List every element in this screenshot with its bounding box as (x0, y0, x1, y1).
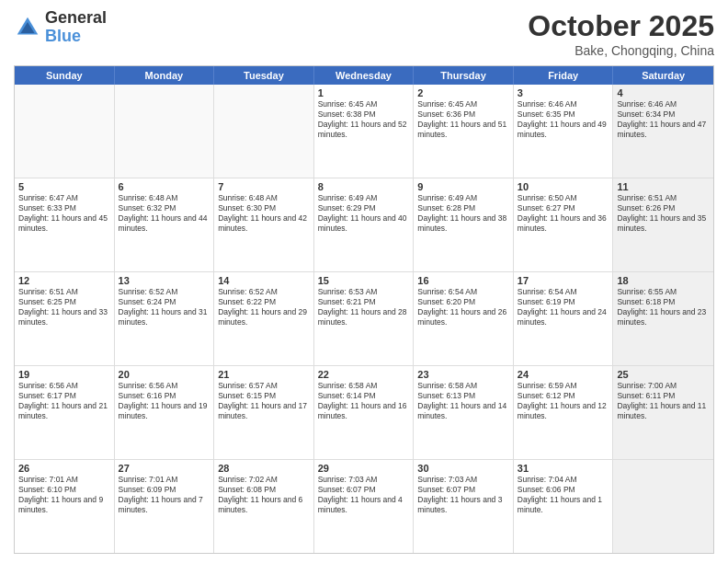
logo-blue: Blue (45, 28, 107, 46)
calendar-cell: 23Sunrise: 6:58 AM Sunset: 6:13 PM Dayli… (414, 366, 514, 459)
cell-info: Sunrise: 6:57 AM Sunset: 6:15 PM Dayligh… (218, 381, 310, 421)
day-number: 16 (417, 275, 509, 286)
location: Bake, Chongqing, China (528, 43, 714, 58)
logo-general: General (45, 9, 107, 28)
calendar-row: 5Sunrise: 6:47 AM Sunset: 6:33 PM Daylig… (15, 178, 713, 272)
calendar-row: 19Sunrise: 6:56 AM Sunset: 6:17 PM Dayli… (15, 366, 713, 460)
day-number: 18 (617, 275, 710, 286)
calendar-cell: 1Sunrise: 6:45 AM Sunset: 6:38 PM Daylig… (314, 85, 415, 178)
day-number: 8 (318, 181, 410, 192)
cell-info: Sunrise: 6:54 AM Sunset: 6:20 PM Dayligh… (417, 287, 509, 327)
cell-info: Sunrise: 6:58 AM Sunset: 6:14 PM Dayligh… (318, 381, 410, 421)
month-title: October 2025 (528, 9, 714, 43)
weekday-header: Sunday (15, 66, 115, 85)
calendar-cell: 13Sunrise: 6:52 AM Sunset: 6:24 PM Dayli… (115, 272, 215, 365)
day-number: 30 (417, 463, 509, 474)
day-number: 10 (518, 181, 609, 192)
calendar-cell (613, 460, 713, 553)
cell-info: Sunrise: 6:54 AM Sunset: 6:19 PM Dayligh… (518, 287, 609, 327)
day-number: 14 (218, 275, 310, 286)
calendar-cell: 12Sunrise: 6:51 AM Sunset: 6:25 PM Dayli… (15, 272, 115, 365)
day-number: 12 (18, 275, 110, 286)
calendar-cell: 20Sunrise: 6:56 AM Sunset: 6:16 PM Dayli… (115, 366, 215, 459)
calendar-cell: 27Sunrise: 7:01 AM Sunset: 6:09 PM Dayli… (115, 460, 215, 553)
day-number: 24 (518, 369, 609, 380)
logo-icon (14, 14, 41, 41)
calendar-cell (15, 85, 115, 178)
day-number: 31 (518, 463, 609, 474)
cell-info: Sunrise: 6:46 AM Sunset: 6:34 PM Dayligh… (617, 99, 710, 140)
calendar-cell: 15Sunrise: 6:53 AM Sunset: 6:21 PM Dayli… (314, 272, 415, 365)
title-block: October 2025 Bake, Chongqing, China (528, 9, 714, 58)
day-number: 26 (18, 463, 110, 474)
calendar-cell: 9Sunrise: 6:49 AM Sunset: 6:28 PM Daylig… (414, 178, 514, 271)
cell-info: Sunrise: 6:59 AM Sunset: 6:12 PM Dayligh… (518, 381, 609, 421)
calendar-cell: 3Sunrise: 6:46 AM Sunset: 6:35 PM Daylig… (514, 85, 614, 178)
calendar-cell: 8Sunrise: 6:49 AM Sunset: 6:29 PM Daylig… (314, 178, 415, 271)
logo: General Blue (14, 9, 107, 46)
day-number: 29 (318, 463, 410, 474)
day-number: 1 (318, 87, 410, 98)
cell-info: Sunrise: 6:55 AM Sunset: 6:18 PM Dayligh… (617, 287, 710, 327)
calendar-cell: 31Sunrise: 7:04 AM Sunset: 6:06 PM Dayli… (514, 460, 614, 553)
weekday-header: Friday (514, 66, 614, 85)
calendar-cell: 19Sunrise: 6:56 AM Sunset: 6:17 PM Dayli… (15, 366, 115, 459)
calendar-cell: 7Sunrise: 6:48 AM Sunset: 6:30 PM Daylig… (214, 178, 314, 271)
calendar-cell: 18Sunrise: 6:55 AM Sunset: 6:18 PM Dayli… (613, 272, 713, 365)
weekday-header: Monday (115, 66, 215, 85)
cell-info: Sunrise: 6:53 AM Sunset: 6:21 PM Dayligh… (318, 287, 410, 327)
day-number: 22 (318, 369, 410, 380)
cell-info: Sunrise: 6:52 AM Sunset: 6:24 PM Dayligh… (119, 287, 210, 327)
calendar-cell (214, 85, 314, 178)
calendar-cell: 30Sunrise: 7:03 AM Sunset: 6:07 PM Dayli… (414, 460, 514, 553)
day-number: 27 (119, 463, 210, 474)
day-number: 9 (417, 181, 509, 192)
calendar-cell: 25Sunrise: 7:00 AM Sunset: 6:11 PM Dayli… (613, 366, 713, 459)
calendar-cell: 26Sunrise: 7:01 AM Sunset: 6:10 PM Dayli… (15, 460, 115, 553)
calendar-cell: 21Sunrise: 6:57 AM Sunset: 6:15 PM Dayli… (214, 366, 314, 459)
calendar-body: 1Sunrise: 6:45 AM Sunset: 6:38 PM Daylig… (15, 85, 713, 553)
calendar-cell: 6Sunrise: 6:48 AM Sunset: 6:32 PM Daylig… (115, 178, 215, 271)
header: General Blue October 2025 Bake, Chongqin… (14, 9, 714, 58)
calendar-cell: 24Sunrise: 6:59 AM Sunset: 6:12 PM Dayli… (514, 366, 614, 459)
cell-info: Sunrise: 6:48 AM Sunset: 6:30 PM Dayligh… (218, 193, 310, 234)
weekday-header: Saturday (613, 66, 713, 85)
calendar-cell: 17Sunrise: 6:54 AM Sunset: 6:19 PM Dayli… (514, 272, 614, 365)
day-number: 21 (218, 369, 310, 380)
calendar-cell (115, 85, 215, 178)
cell-info: Sunrise: 6:56 AM Sunset: 6:17 PM Dayligh… (18, 381, 110, 421)
calendar-cell: 29Sunrise: 7:03 AM Sunset: 6:07 PM Dayli… (314, 460, 415, 553)
cell-info: Sunrise: 6:45 AM Sunset: 6:36 PM Dayligh… (417, 99, 509, 140)
calendar: SundayMondayTuesdayWednesdayThursdayFrid… (14, 65, 714, 554)
calendar-cell: 16Sunrise: 6:54 AM Sunset: 6:20 PM Dayli… (414, 272, 514, 365)
cell-info: Sunrise: 6:50 AM Sunset: 6:27 PM Dayligh… (518, 193, 609, 234)
day-number: 15 (318, 275, 410, 286)
cell-info: Sunrise: 6:46 AM Sunset: 6:35 PM Dayligh… (518, 99, 609, 140)
day-number: 5 (18, 181, 110, 192)
cell-info: Sunrise: 6:49 AM Sunset: 6:29 PM Dayligh… (318, 193, 410, 234)
cell-info: Sunrise: 7:02 AM Sunset: 6:08 PM Dayligh… (218, 475, 310, 515)
day-number: 28 (218, 463, 310, 474)
page: General Blue October 2025 Bake, Chongqin… (0, 0, 728, 563)
calendar-cell: 5Sunrise: 6:47 AM Sunset: 6:33 PM Daylig… (15, 178, 115, 271)
cell-info: Sunrise: 7:03 AM Sunset: 6:07 PM Dayligh… (318, 475, 410, 515)
day-number: 20 (119, 369, 210, 380)
calendar-cell: 2Sunrise: 6:45 AM Sunset: 6:36 PM Daylig… (414, 85, 514, 178)
cell-info: Sunrise: 6:48 AM Sunset: 6:32 PM Dayligh… (119, 193, 210, 234)
cell-info: Sunrise: 7:04 AM Sunset: 6:06 PM Dayligh… (518, 475, 609, 515)
cell-info: Sunrise: 7:03 AM Sunset: 6:07 PM Dayligh… (417, 475, 509, 515)
weekday-header: Wednesday (314, 66, 415, 85)
calendar-cell: 11Sunrise: 6:51 AM Sunset: 6:26 PM Dayli… (613, 178, 713, 271)
calendar-cell: 4Sunrise: 6:46 AM Sunset: 6:34 PM Daylig… (613, 85, 713, 178)
calendar-cell: 14Sunrise: 6:52 AM Sunset: 6:22 PM Dayli… (214, 272, 314, 365)
cell-info: Sunrise: 6:45 AM Sunset: 6:38 PM Dayligh… (318, 99, 410, 140)
day-number: 19 (18, 369, 110, 380)
calendar-row: 26Sunrise: 7:01 AM Sunset: 6:10 PM Dayli… (15, 460, 713, 553)
day-number: 13 (119, 275, 210, 286)
cell-info: Sunrise: 6:49 AM Sunset: 6:28 PM Dayligh… (417, 193, 509, 234)
weekday-header: Tuesday (214, 66, 314, 85)
cell-info: Sunrise: 7:01 AM Sunset: 6:09 PM Dayligh… (119, 475, 210, 515)
day-number: 6 (119, 181, 210, 192)
cell-info: Sunrise: 7:00 AM Sunset: 6:11 PM Dayligh… (617, 381, 710, 421)
day-number: 23 (417, 369, 509, 380)
